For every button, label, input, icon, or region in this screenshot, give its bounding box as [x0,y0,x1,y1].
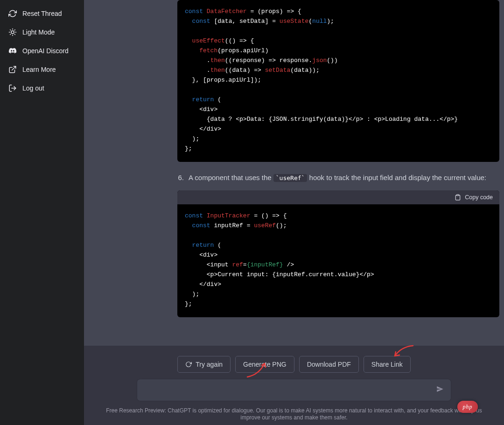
share-link-button[interactable]: Share Link [364,356,411,373]
php-badge: php [457,401,478,413]
clipboard-icon [455,194,461,201]
svg-line-9 [12,66,16,70]
code-header: Copy code [177,190,499,204]
external-link-icon [8,65,17,74]
inline-code-useref: `useRef` [273,174,308,182]
sun-icon [8,28,17,36]
sidebar-item-label: Log out [22,84,44,92]
sidebar-item-label: Reset Thread [22,10,62,17]
sidebar-item-label: Light Mode [22,28,55,36]
code-block-1: const DataFetcher = (props) => { const [… [177,0,499,162]
sidebar-item-discord[interactable]: OpenAI Discord [4,42,80,60]
send-icon[interactable] [436,385,444,396]
refresh-icon [185,361,192,368]
chat-input[interactable] [145,386,436,394]
svg-rect-11 [457,195,459,195]
sidebar-item-reset-thread[interactable]: Reset Thread [4,5,80,22]
code-body-2[interactable]: const InputTracker = () => { const input… [177,204,499,317]
logout-icon [8,84,17,92]
download-pdf-button[interactable]: Download PDF [299,356,359,373]
svg-line-8 [14,30,15,30]
sidebar: Reset Thread Light Mode OpenAI Discord L… [0,0,84,425]
list-item-6: 6. A component that uses the `useRef` ho… [177,172,499,184]
message-content: const DataFetcher = (props) => { const [… [84,0,504,346]
list-number: 6. [177,172,184,184]
chat-input-box[interactable] [137,379,451,401]
copy-code-button[interactable]: Copy code [465,194,493,201]
sidebar-item-light-mode[interactable]: Light Mode [4,23,80,41]
list-text: A component that uses the `useRef` hook … [189,172,499,184]
generate-png-button[interactable]: Generate PNG [235,356,294,373]
disclaimer-text: Free Research Preview: ChatGPT is optimi… [98,407,490,421]
action-buttons: Try again Generate PNG Download PDF Shar… [177,356,411,373]
sidebar-item-label: Learn More [22,66,56,73]
try-again-button[interactable]: Try again [177,356,231,373]
code-block-2: Copy code const InputTracker = () => { c… [177,190,499,317]
sidebar-item-label: OpenAI Discord [22,47,69,55]
svg-line-3 [10,30,11,30]
sidebar-item-learn-more[interactable]: Learn More [4,61,80,78]
bottom-bar: Try again Generate PNG Download PDF Shar… [84,346,504,425]
sidebar-item-log-out[interactable]: Log out [4,79,80,97]
svg-line-7 [10,34,11,35]
discord-icon [8,47,17,55]
svg-line-4 [14,34,15,35]
refresh-icon [8,9,17,18]
main-area: const DataFetcher = (props) => { const [… [84,0,504,425]
svg-point-0 [11,31,14,34]
code-body-1[interactable]: const DataFetcher = (props) => { const [… [177,0,499,162]
